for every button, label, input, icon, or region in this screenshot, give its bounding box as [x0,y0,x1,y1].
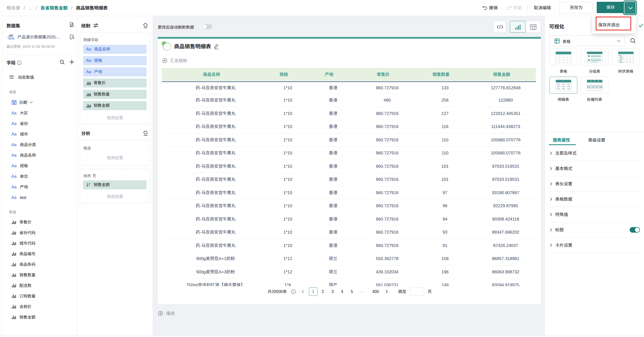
svg-text:123: 123 [9,74,13,77]
svg-text:ETL: ETL [9,37,15,40]
svg-text:Z: Z [95,176,96,178]
